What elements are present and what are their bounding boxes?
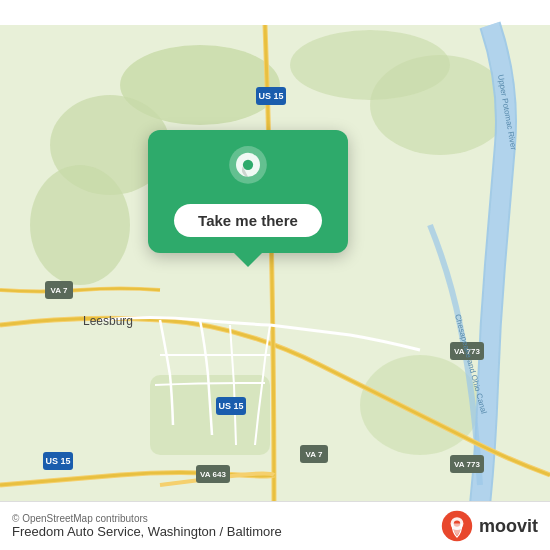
moovit-logo: moovit bbox=[441, 510, 538, 542]
svg-text:Leesburg: Leesburg bbox=[83, 314, 133, 328]
svg-text:VA 643: VA 643 bbox=[200, 470, 226, 479]
svg-text:US 15: US 15 bbox=[218, 401, 243, 411]
svg-point-3 bbox=[30, 165, 130, 285]
map-container: US 15 VA 7 VA 7 US 15 US 15 VA 643 VA 77… bbox=[0, 0, 550, 550]
map-background: US 15 VA 7 VA 7 US 15 US 15 VA 643 VA 77… bbox=[0, 0, 550, 550]
svg-point-5 bbox=[290, 30, 450, 100]
popup-card: Take me there bbox=[148, 130, 348, 253]
take-me-there-button[interactable]: Take me there bbox=[174, 204, 322, 237]
moovit-label: moovit bbox=[479, 516, 538, 537]
svg-text:VA 773: VA 773 bbox=[454, 460, 480, 469]
bottom-left-info: © OpenStreetMap contributors Freedom Aut… bbox=[12, 513, 282, 539]
copyright-text: © OpenStreetMap contributors bbox=[12, 513, 282, 524]
moovit-icon bbox=[441, 510, 473, 542]
svg-text:US 15: US 15 bbox=[45, 456, 70, 466]
svg-text:VA 7: VA 7 bbox=[51, 286, 68, 295]
svg-text:US 15: US 15 bbox=[258, 91, 283, 101]
svg-text:VA 7: VA 7 bbox=[306, 450, 323, 459]
bottom-bar: © OpenStreetMap contributors Freedom Aut… bbox=[0, 501, 550, 550]
location-pin-icon bbox=[224, 146, 272, 194]
location-text: Freedom Auto Service, Washington / Balti… bbox=[12, 524, 282, 539]
svg-point-7 bbox=[360, 355, 480, 455]
svg-point-29 bbox=[243, 160, 253, 170]
